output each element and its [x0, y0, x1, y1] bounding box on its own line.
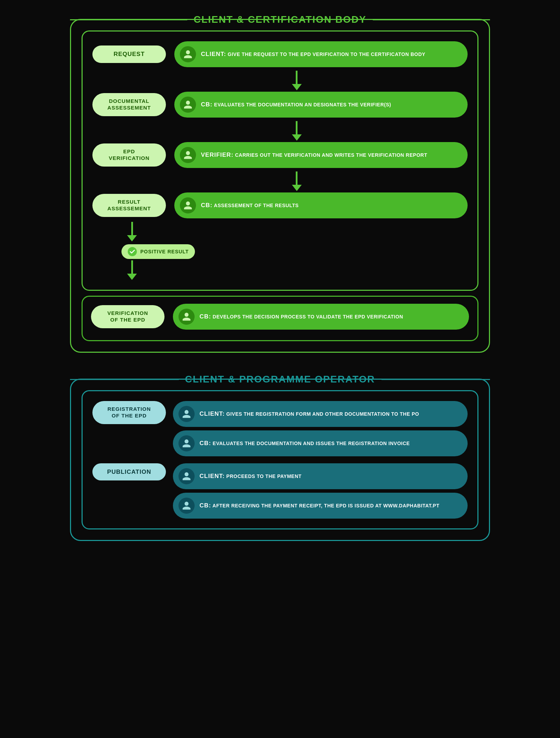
- step-label-epd-verif: EPDVERIFICATION: [92, 143, 166, 167]
- avatar-request: [180, 46, 196, 62]
- green-outer-box: REQUEST CLIENT: GIVE THE REQUEST TO THE …: [70, 19, 490, 353]
- teal-title-line-right: [382, 379, 490, 380]
- teal-outer-box: REGISTRATIONOF THE EPD CLIENT: GIVES THE…: [70, 379, 490, 541]
- arrow-line-4: [131, 222, 133, 235]
- avatar-epd-verif: [180, 147, 196, 163]
- teal-section: CLIENT & PROGRAMME OPERATOR REGISTRATION…: [70, 374, 490, 541]
- step-label-registration: REGISTRATIONOF THE EPD: [92, 401, 166, 424]
- avatar-reg-cb: [178, 435, 195, 451]
- arrow-line-5: [131, 260, 133, 274]
- desc-text-pub-cb: CB: AFTER RECEIVING THE PAYMENT RECEIPT,…: [200, 502, 439, 510]
- arrow-line-1: [296, 71, 298, 84]
- avatar-icon-pub-cb: [182, 501, 191, 511]
- step-label-result: RESULTASSESSEMENT: [92, 194, 166, 217]
- arrow-after-request: [126, 71, 468, 90]
- avatar-icon-request: [183, 49, 193, 59]
- avatar-documental: [180, 97, 196, 113]
- avatar-pub-client: [178, 468, 195, 484]
- green-title-line-right: [373, 19, 490, 20]
- desc-pill-request: CLIENT: GIVE THE REQUEST TO THE EPD VERI…: [174, 41, 468, 67]
- teal-title-line-left: [70, 379, 179, 380]
- teal-section-title: CLIENT & PROGRAMME OPERATOR: [179, 374, 382, 385]
- flow-row-documental: DOCUMENTALASSESSEMENT CB: EVALUATES THE …: [92, 92, 468, 118]
- arrow-down-4: [127, 235, 137, 241]
- desc-text-reg-client: CLIENT: GIVES THE REGISTRATION FORM AND …: [200, 410, 419, 418]
- desc-pill-verif-epd: CB: DEVELOPS THE DECISION PROCESS TO VAL…: [173, 304, 469, 330]
- teal-inner-box: REGISTRATIONOF THE EPD CLIENT: GIVES THE…: [82, 390, 478, 529]
- split-row-registration: REGISTRATIONOF THE EPD CLIENT: GIVES THE…: [92, 401, 468, 456]
- flow-row-epd-verif: EPDVERIFICATION VERIFIER: CARRIES OUT TH…: [92, 142, 468, 168]
- green-section-title-bar: CLIENT & CERTIFICATION BODY: [70, 14, 490, 25]
- checkmark-icon: [130, 249, 135, 254]
- arrow-after-epd-verif: [126, 171, 468, 191]
- positive-result-area: POSITIVE RESULT: [121, 222, 468, 280]
- avatar-result: [180, 197, 196, 213]
- flow-row-verif-epd: VERIFICATIONOF THE EPD CB: DEVELOPS THE …: [91, 304, 469, 330]
- multi-desc-publication: CLIENT: PROCEEDS TO THE PAYMENT CB: AFTE…: [173, 463, 468, 519]
- split-left-publication: PUBLICATION: [92, 463, 166, 480]
- arrow-after-documental: [126, 121, 468, 141]
- desc-pill-pub-client: CLIENT: PROCEEDS TO THE PAYMENT: [173, 463, 468, 489]
- step-label-documental: DOCUMENTALASSESSEMENT: [92, 93, 166, 116]
- split-left-registration: REGISTRATIONOF THE EPD: [92, 401, 166, 424]
- avatar-icon-reg-client: [182, 409, 191, 419]
- desc-text-pub-client: CLIENT: PROCEEDS TO THE PAYMENT: [200, 472, 302, 480]
- multi-desc-registration: CLIENT: GIVES THE REGISTRATION FORM AND …: [173, 401, 468, 456]
- avatar-icon-documental: [183, 100, 193, 110]
- flow-row-request: REQUEST CLIENT: GIVE THE REQUEST TO THE …: [92, 41, 468, 67]
- desc-text-documental: CB: EVALUATES THE DOCUMENTATION AN DESIG…: [201, 101, 391, 109]
- positive-result-text: POSITIVE RESULT: [140, 249, 189, 254]
- avatar-icon-verif-epd: [182, 312, 191, 322]
- green-title-line-left: [70, 19, 187, 20]
- avatar-icon-epd-verif: [183, 150, 193, 160]
- desc-pill-reg-cb: CB: EVALUATES THE DOCUMENTATION AND ISSU…: [173, 430, 468, 456]
- avatar-reg-client: [178, 406, 195, 422]
- step-label-publication: PUBLICATION: [92, 463, 166, 480]
- arrow-down-5: [127, 274, 137, 280]
- avatar-icon-pub-client: [182, 471, 191, 481]
- desc-text-request: CLIENT: GIVE THE REQUEST TO THE EPD VERI…: [201, 50, 425, 58]
- green-inner-box: REQUEST CLIENT: GIVE THE REQUEST TO THE …: [82, 30, 478, 291]
- verification-box: VERIFICATIONOF THE EPD CB: DEVELOPS THE …: [82, 296, 478, 341]
- avatar-pub-cb: [178, 498, 195, 514]
- desc-text-epd-verif: VERIFIER: CARRIES OUT THE VERIFICATION A…: [201, 151, 427, 159]
- positive-result-badge: POSITIVE RESULT: [121, 244, 195, 259]
- avatar-icon-result: [183, 201, 193, 210]
- step-label-verif-epd: VERIFICATIONOF THE EPD: [91, 305, 164, 328]
- avatar-verif-epd: [178, 309, 195, 325]
- desc-pill-pub-cb: CB: AFTER RECEIVING THE PAYMENT RECEIPT,…: [173, 493, 468, 519]
- desc-text-result: CB: ASSESSEMENT OF THE RESULTS: [201, 202, 299, 210]
- arrow-line-2: [296, 121, 298, 134]
- avatar-icon-reg-cb: [182, 438, 191, 448]
- green-section-title: CLIENT & CERTIFICATION BODY: [187, 14, 373, 25]
- check-circle-icon: [128, 247, 137, 256]
- desc-pill-epd-verif: VERIFIER: CARRIES OUT THE VERIFICATION A…: [174, 142, 468, 168]
- split-row-publication: PUBLICATION CLIENT: PROCEEDS TO THE PAYM…: [92, 463, 468, 519]
- arrow-after-positive: [126, 260, 138, 280]
- green-section: CLIENT & CERTIFICATION BODY REQUEST CLIE…: [70, 14, 490, 353]
- arrow-down-3: [292, 185, 302, 191]
- desc-pill-reg-client: CLIENT: GIVES THE REGISTRATION FORM AND …: [173, 401, 468, 427]
- arrow-down-1: [292, 84, 302, 90]
- teal-section-title-bar: CLIENT & PROGRAMME OPERATOR: [70, 374, 490, 385]
- desc-pill-result: CB: ASSESSEMENT OF THE RESULTS: [174, 192, 468, 218]
- desc-pill-documental: CB: EVALUATES THE DOCUMENTATION AN DESIG…: [174, 92, 468, 118]
- arrow-down-2: [292, 134, 302, 141]
- desc-text-reg-cb: CB: EVALUATES THE DOCUMENTATION AND ISSU…: [200, 440, 410, 448]
- flow-row-result: RESULTASSESSEMENT CB: ASSESSEMENT OF THE…: [92, 192, 468, 218]
- arrow-line-3: [296, 171, 298, 185]
- arrow-before-positive: [126, 222, 138, 241]
- step-label-request: REQUEST: [92, 45, 166, 63]
- desc-text-verif-epd: CB: DEVELOPS THE DECISION PROCESS TO VAL…: [200, 313, 403, 321]
